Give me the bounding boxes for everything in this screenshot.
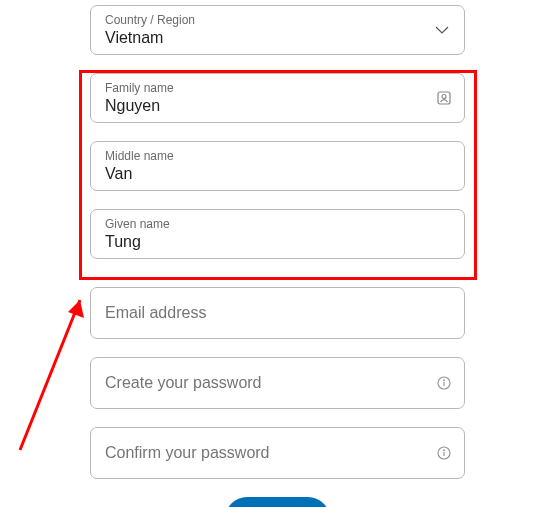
svg-point-6	[443, 449, 445, 451]
svg-point-1	[442, 95, 446, 99]
signup-form: Country / Region Vietnam Family name Mid…	[90, 5, 465, 507]
password-field[interactable]	[90, 357, 465, 409]
middle-name-input[interactable]	[105, 165, 424, 183]
password-input[interactable]	[105, 358, 424, 408]
confirm-password-field[interactable]	[90, 427, 465, 479]
middle-name-label: Middle name	[105, 149, 424, 163]
svg-marker-9	[68, 300, 84, 318]
email-field[interactable]	[90, 287, 465, 339]
annotation-arrow-icon	[10, 280, 100, 460]
chevron-down-icon	[432, 20, 452, 40]
family-name-label: Family name	[105, 81, 424, 95]
given-name-field[interactable]: Given name	[90, 209, 465, 259]
country-value: Vietnam	[105, 29, 424, 47]
email-input[interactable]	[105, 288, 424, 338]
next-button[interactable]: Next	[225, 497, 330, 507]
svg-point-3	[443, 379, 445, 381]
given-name-label: Given name	[105, 217, 424, 231]
family-name-input[interactable]	[105, 97, 424, 115]
family-name-field[interactable]: Family name	[90, 73, 465, 123]
middle-name-field[interactable]: Middle name	[90, 141, 465, 191]
svg-rect-7	[443, 452, 444, 456]
password-hint-icon	[436, 445, 452, 461]
svg-rect-4	[443, 382, 444, 386]
svg-line-8	[20, 300, 80, 450]
password-hint-icon	[436, 375, 452, 391]
country-label: Country / Region	[105, 13, 424, 27]
contact-card-icon	[436, 90, 452, 106]
country-select[interactable]: Country / Region Vietnam	[90, 5, 465, 55]
confirm-password-input[interactable]	[105, 428, 424, 478]
given-name-input[interactable]	[105, 233, 424, 251]
